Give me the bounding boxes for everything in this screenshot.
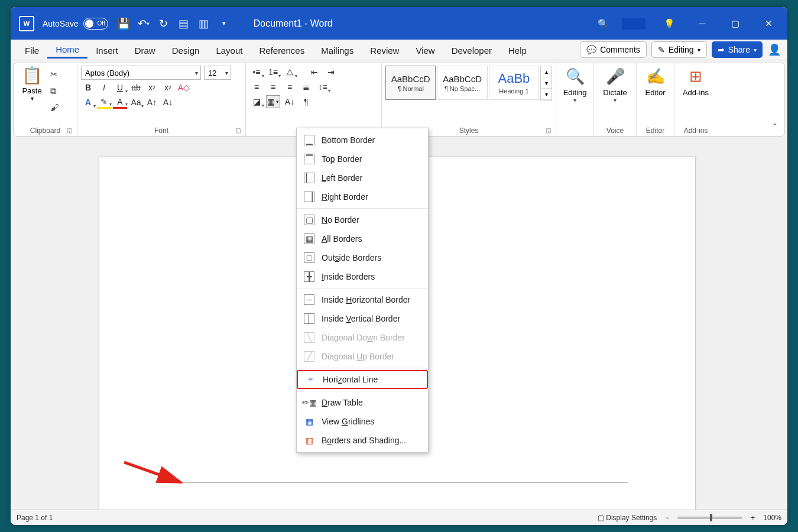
tab-developer[interactable]: Developer	[443, 42, 500, 58]
underline-button[interactable]: U	[113, 81, 127, 94]
user-icon[interactable]: 👤	[766, 41, 783, 58]
format-painter-icon[interactable]: 🖌	[50, 102, 59, 112]
dictate-button[interactable]: 🎤 Dictate ▾ Voice	[594, 63, 637, 136]
menu-left-border[interactable]: ▏Left Border	[297, 168, 428, 187]
redo-icon[interactable]: ↻	[158, 18, 170, 30]
customize-icon[interactable]: ▥	[198, 18, 210, 30]
tab-help[interactable]: Help	[500, 42, 535, 58]
shrink-font-button[interactable]: A↓	[161, 96, 175, 109]
menu-all-borders[interactable]: ▦All Borders	[297, 229, 428, 248]
tab-file[interactable]: File	[17, 42, 47, 58]
highlight-button[interactable]: ✎	[97, 96, 111, 109]
editing-mode-button[interactable]: ✎ Editing ▾	[651, 41, 707, 58]
qat-more-icon[interactable]: ▾	[218, 18, 230, 30]
menu-inside-borders[interactable]: ╋Inside Borders	[297, 267, 428, 286]
line-spacing-button[interactable]: ↕≡	[316, 80, 330, 93]
decrease-indent-button[interactable]: ⇤	[307, 66, 322, 79]
cut-icon[interactable]: ✂	[50, 69, 59, 80]
zoom-percent[interactable]: 100%	[763, 514, 781, 522]
styles-up-icon[interactable]: ▴	[541, 66, 552, 77]
borders-button[interactable]: ▦ ▾	[266, 95, 280, 108]
menu-inside-horizontal[interactable]: ─Inside Horizontal Border	[297, 290, 428, 309]
align-right-button[interactable]: ≡	[283, 80, 297, 93]
maximize-button[interactable]: ▢	[719, 7, 752, 40]
dialog-launcher-icon[interactable]: ◱	[67, 127, 72, 134]
touch-mode-icon[interactable]: ▤	[178, 18, 190, 30]
tab-home[interactable]: Home	[47, 41, 87, 59]
editor-button[interactable]: ✍ Editor Editor	[637, 63, 674, 136]
collapse-ribbon-icon[interactable]: ⌃	[771, 122, 778, 131]
text-effects-button[interactable]: A	[81, 96, 95, 109]
undo-icon[interactable]: ↶▾	[138, 18, 150, 30]
toggle-track[interactable]: Off	[83, 18, 108, 30]
menu-borders-shading[interactable]: ▥Borders and Shading...	[297, 431, 428, 450]
dialog-launcher-icon[interactable]: ◱	[546, 127, 551, 134]
subscript-button[interactable]: x2	[145, 81, 159, 94]
zoom-in-button[interactable]: +	[751, 514, 755, 522]
zoom-slider[interactable]	[677, 517, 742, 519]
styles-scroll[interactable]: ▴ ▾ ▾	[540, 66, 552, 100]
save-icon[interactable]: 💾	[118, 18, 129, 30]
style-normal[interactable]: AaBbCcD ¶ Normal	[385, 66, 436, 100]
zoom-out-button[interactable]: −	[665, 514, 669, 522]
tips-icon[interactable]: 💡	[653, 7, 686, 40]
menu-horizontal-line[interactable]: ≡Horizontal Line	[297, 370, 428, 389]
menu-top-border[interactable]: ▔Top Border	[297, 150, 428, 168]
sort-button[interactable]: A↓	[283, 95, 297, 108]
menu-right-border[interactable]: ▕Right Border	[297, 187, 428, 206]
tab-insert[interactable]: Insert	[87, 42, 126, 58]
numbering-button[interactable]: 1≡	[266, 66, 280, 79]
paste-button[interactable]: 📋 Paste ▾	[17, 66, 47, 102]
share-button[interactable]: ➦ Share ▾	[712, 41, 763, 58]
increase-indent-button[interactable]: ⇥	[324, 66, 338, 79]
italic-button[interactable]: I	[97, 81, 111, 94]
change-case-button[interactable]: Aa	[129, 96, 143, 109]
tab-design[interactable]: Design	[164, 42, 208, 58]
multilevel-button[interactable]: ⧋	[283, 66, 297, 79]
tab-mailings[interactable]: Mailings	[313, 42, 362, 58]
tab-references[interactable]: References	[251, 42, 313, 58]
inserted-horizontal-line[interactable]	[163, 482, 628, 483]
account-chip[interactable]	[622, 18, 645, 30]
zoom-thumb[interactable]	[710, 514, 712, 521]
search-icon[interactable]: 🔍	[591, 7, 615, 40]
comments-button[interactable]: 💬 Comments	[580, 41, 647, 58]
font-size-combo[interactable]: 12	[204, 66, 231, 80]
menu-bottom-border[interactable]: ▁Bottom Border	[297, 131, 428, 150]
show-marks-button[interactable]: ¶	[299, 95, 313, 108]
menu-inside-vertical[interactable]: │Inside Vertical Border	[297, 309, 428, 328]
align-center-button[interactable]: ≡	[266, 80, 280, 93]
menu-no-border[interactable]: ▢No Border	[297, 210, 428, 229]
editing-button[interactable]: 🔍 Editing ▾	[556, 63, 594, 136]
tab-view[interactable]: View	[407, 42, 443, 58]
tab-review[interactable]: Review	[362, 42, 407, 58]
grow-font-button[interactable]: A↑	[145, 96, 159, 109]
tab-draw[interactable]: Draw	[126, 42, 164, 58]
page-indicator[interactable]: Page 1 of 1	[17, 514, 53, 522]
tab-layout[interactable]: Layout	[207, 42, 251, 58]
menu-outside-borders[interactable]: □Outside Borders	[297, 248, 428, 267]
styles-more-icon[interactable]: ▾	[541, 89, 552, 100]
style-heading1[interactable]: AaBb Heading 1	[489, 66, 539, 100]
autosave-toggle[interactable]: AutoSave Off	[43, 18, 108, 30]
dialog-launcher-icon[interactable]: ◱	[235, 127, 241, 134]
menu-view-gridlines[interactable]: ▦View Gridlines	[297, 412, 428, 431]
style-nospacing[interactable]: AaBbCcD ¶ No Spac...	[437, 66, 487, 100]
styles-down-icon[interactable]: ▾	[541, 77, 552, 89]
addins-button[interactable]: ⊞ Add-ins Add-ins	[674, 63, 717, 136]
bullets-button[interactable]: •≡	[249, 66, 264, 79]
shading-button[interactable]: ◪	[249, 95, 264, 108]
justify-button[interactable]: ≣	[299, 80, 313, 93]
font-color-button[interactable]: A	[113, 96, 127, 109]
menu-draw-table[interactable]: ✏▦Draw Table	[297, 393, 428, 412]
display-settings-button[interactable]: ▢ Display Settings	[598, 514, 657, 522]
align-left-button[interactable]: ≡	[249, 80, 264, 93]
clear-format-button[interactable]: A◇	[177, 81, 191, 94]
close-button[interactable]: ✕	[752, 7, 785, 40]
copy-icon[interactable]: ⧉	[50, 86, 59, 96]
strike-button[interactable]: ab	[129, 81, 143, 94]
minimize-button[interactable]: ─	[686, 7, 719, 40]
superscript-button[interactable]: x2	[161, 81, 175, 94]
font-name-combo[interactable]: Aptos (Body)	[81, 66, 201, 80]
bold-button[interactable]: B	[81, 81, 95, 94]
